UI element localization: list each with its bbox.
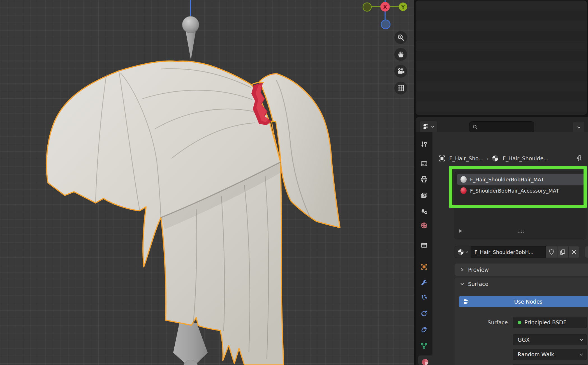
material-slot-row[interactable]: F_ShoulderBobHair_Accessory_MAT [457,185,584,196]
subsurface-method-dropdown[interactable]: Random Walk [513,349,587,360]
material-slot-list: F_Hair_ShoulderBobHair_MAT F_ShoulderBob… [455,172,586,239]
material-slot-name: F_Hair_ShoulderBobHair_MAT [470,177,544,182]
new-material-button[interactable] [557,246,568,258]
modifier-wrench-icon [420,279,428,287]
chevron-down-icon [580,353,583,356]
axis-x-label: X [383,4,387,10]
distribution-value: GGX [518,337,529,343]
hair-model[interactable] [47,61,284,365]
tab-object[interactable] [416,260,432,274]
armature-bone-bottom[interactable] [173,323,208,365]
surface-panel-label: Surface [468,281,488,287]
tab-constraints[interactable] [416,323,432,336]
tab-tool[interactable] [416,137,432,151]
properties-editor: F_Hair_Sho... › F_Hair_Shoulde... [416,117,588,365]
pan-button[interactable] [394,48,407,61]
blender-window: X Y [0,0,588,365]
object-properties-icon [420,263,428,271]
node-tree-dropdown[interactable] [585,246,588,258]
search-field[interactable] [469,121,534,133]
outliner-area[interactable] [416,1,587,115]
tool-icon [420,140,428,148]
3d-viewport[interactable]: X Y [0,0,414,365]
tab-physics[interactable] [416,307,432,320]
list-resize-grip-icon[interactable] [517,230,524,233]
view-layer-icon [420,192,428,200]
surface-panel-header[interactable]: Surface [455,278,588,290]
shader-node-dot-icon [518,321,521,324]
options-button[interactable] [573,121,585,133]
search-icon [472,124,478,130]
material-sphere-red-icon [460,187,467,194]
chevron-down-icon [577,126,581,129]
hand-icon [397,50,405,58]
fake-user-button[interactable] [546,246,557,258]
tab-material[interactable] [418,355,432,365]
editor-type-button[interactable] [420,121,437,133]
subsurface-method-value: Random Walk [518,351,554,357]
axis-neg-y-ball [363,3,371,11]
surface-label: Surface [488,319,508,325]
base-color-button[interactable]: BASE COLOR [513,364,587,365]
properties-tab-strip [416,132,432,365]
base-color-row: Base Color BASE COLOR [455,364,588,365]
preview-panel-header[interactable]: Preview [455,264,588,276]
tab-particles[interactable] [416,291,432,304]
zoom-icon [397,34,405,41]
distribution-dropdown[interactable]: GGX [513,334,587,345]
render-properties-icon [420,160,428,168]
distribution-row: GGX [455,334,588,345]
surface-shader-row: Surface Principled BSDF [455,317,588,328]
unlink-material-button[interactable] [568,246,580,258]
breadcrumb-separator: › [486,155,489,162]
output-properties-icon [420,175,428,183]
list-expand-icon[interactable] [459,229,462,233]
material-name-field[interactable]: F_Hair_ShoulderBobH... [471,246,546,258]
tab-view-layer[interactable] [416,189,432,202]
preview-panel-label: Preview [468,267,489,273]
tab-scene[interactable] [416,205,432,218]
camera-icon [397,67,405,75]
material-slot-name: F_ShoulderBobHair_Accessory_MAT [470,188,559,194]
tab-collection[interactable] [416,238,432,252]
chevron-down-icon [431,126,434,128]
mesh-object-icon [438,154,446,162]
zoom-button[interactable] [394,31,407,44]
material-slot-row-active[interactable]: F_Hair_ShoulderBobHair_MAT [457,174,584,185]
chevron-down-icon [580,339,583,341]
view-axis-gizmo[interactable]: X Y [363,0,407,29]
object-data-icon [420,342,428,350]
breadcrumb-material[interactable]: F_Hair_Shoulde... [503,155,548,161]
physics-icon [420,309,428,317]
grid-icon [397,84,405,92]
breadcrumb-object[interactable]: F_Hair_Sho... [449,155,483,161]
pin-icon[interactable] [575,154,583,163]
browse-material-button[interactable] [455,246,471,258]
tab-render[interactable] [416,157,432,170]
tab-output[interactable] [416,173,432,186]
constraints-icon [420,326,428,334]
camera-view-button[interactable] [394,65,407,78]
scene-properties-icon [420,207,428,215]
chevron-down-icon [466,251,468,253]
surface-shader-value: Principled BSDF [524,319,566,325]
material-sphere-gray-icon [460,176,467,183]
tab-object-data[interactable] [416,339,432,352]
properties-editor-icon [423,123,430,130]
armature-bone-top[interactable] [182,0,199,60]
surface-shader-button[interactable]: Principled BSDF [513,317,587,328]
orthographic-toggle-button[interactable] [394,82,407,94]
close-icon [571,250,577,255]
duplicate-icon [559,249,566,255]
nodes-icon [463,298,470,305]
use-nodes-button[interactable]: Use Nodes [459,296,588,307]
shield-icon [548,249,555,255]
world-properties-icon [420,221,428,229]
use-nodes-label: Use Nodes [514,299,542,305]
tab-modifiers[interactable] [416,276,432,289]
search-input[interactable] [478,124,529,130]
surface-panel: Surface Use Nodes [455,278,588,365]
tab-world[interactable] [416,219,432,232]
particles-icon [420,294,428,302]
axis-y-label: Y [401,4,405,10]
